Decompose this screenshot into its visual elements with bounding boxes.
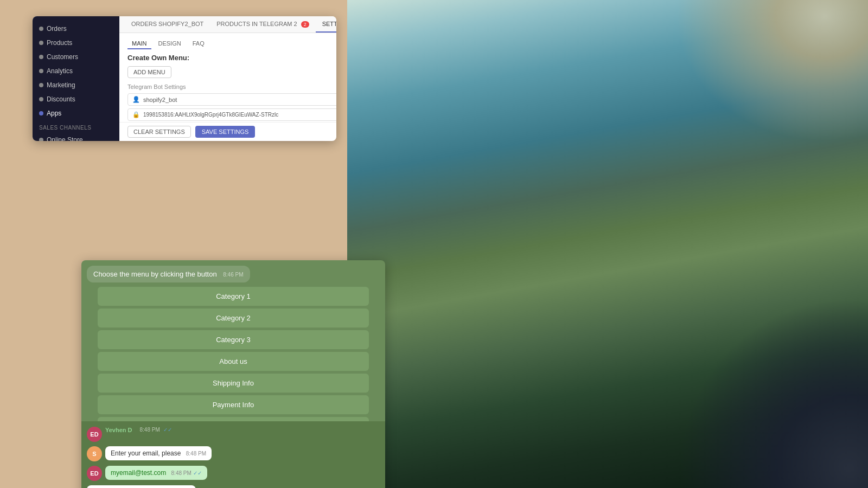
- thank-you-bubble: Thank you for your order! 8:48 PM: [87, 485, 196, 488]
- clear-settings-button[interactable]: CLEAR SETTINGS: [127, 126, 191, 138]
- menu-btn-payment-info[interactable]: Payment Info: [98, 395, 369, 414]
- double-check-2: ✓✓: [193, 470, 202, 476]
- tab-settings[interactable]: SETTINGS: [316, 16, 336, 33]
- double-check-1: ✓✓: [163, 427, 172, 433]
- admin-footer: CLEAR SETTINGS SAVE SETTINGS: [119, 122, 336, 141]
- section-tab-design[interactable]: DESIGN: [154, 38, 186, 49]
- tab-orders[interactable]: ORDERS SHOPIFY2_BOT: [125, 16, 210, 33]
- enter-email-time: 8:48 PM: [186, 451, 206, 457]
- telegram-chat-messages: ED Yevhen D 8:48 PM ✓✓ S Enter your emai…: [81, 421, 385, 488]
- email-text: myemail@test.com: [111, 469, 166, 477]
- menu-btn-category1[interactable]: Category 1: [98, 287, 369, 306]
- choose-menu-time: 8:46 PM: [223, 272, 243, 278]
- yevhen-d-row: ED Yevhen D 8:48 PM ✓✓: [87, 427, 380, 442]
- choose-menu-message: Choose the menu by clicking the button 8…: [87, 266, 250, 282]
- sidebar-item-marketing[interactable]: Marketing: [33, 78, 119, 92]
- create-menu-title: Create Own Menu:: [127, 54, 336, 62]
- admin-panel: Orders Products Customers Analytics Mark…: [33, 16, 336, 141]
- sidebar-item-discounts[interactable]: Discounts: [33, 92, 119, 106]
- bot-name-field: 👤 shopify2_bot: [127, 93, 336, 106]
- thank-you-row: Thank you for your order! 8:48 PM: [87, 485, 380, 488]
- enter-email-row: S Enter your email, please 8:48 PM: [87, 446, 380, 461]
- yevhen-time: 8:48 PM: [140, 427, 160, 433]
- background-portrait: [347, 0, 868, 488]
- sky-gradient: [651, 0, 868, 163]
- avatar-s-2: S: [87, 446, 102, 461]
- email-bubble: myemail@test.com 8:48 PM ✓✓: [105, 466, 207, 480]
- sidebar-item-apps[interactable]: Apps: [33, 106, 119, 120]
- save-settings-button[interactable]: SAVE SETTINGS: [195, 126, 256, 138]
- admin-sidebar: Orders Products Customers Analytics Mark…: [33, 16, 119, 141]
- tab-products-telegram[interactable]: PRODUCTS IN TELEGRAM 2 2: [210, 16, 315, 33]
- email-time: 8:48 PM: [171, 470, 192, 476]
- section-tabs: MAIN DESIGN FAQ: [127, 38, 336, 49]
- section-tab-faq[interactable]: FAQ: [188, 38, 209, 49]
- telegram-menu-area: Choose the menu by clicking the button 8…: [81, 260, 385, 421]
- sidebar-item-products[interactable]: Products: [33, 36, 119, 50]
- storm-clouds: [678, 298, 868, 488]
- sender-name: Yevhen D: [105, 427, 132, 433]
- avatar-ed-2: ED: [87, 466, 102, 481]
- menu-btn-category2[interactable]: Category 2: [98, 309, 369, 328]
- add-menu-button[interactable]: ADD MENU: [127, 66, 171, 78]
- menu-btn-shipping-info[interactable]: Shipping Info: [98, 374, 369, 393]
- telegram-chat-window: Choose the menu by clicking the button 8…: [81, 260, 385, 488]
- sidebar-item-online-store[interactable]: Online Store: [33, 133, 119, 141]
- token-field: 🔒 1998153816:AAHLtX9olgRGprj4GTk8GIEuWAZ…: [127, 108, 336, 121]
- sales-channels-label: SALES CHANNELS: [33, 120, 119, 133]
- sidebar-item-customers[interactable]: Customers: [33, 50, 119, 64]
- section-tab-main[interactable]: MAIN: [127, 38, 151, 49]
- enter-email-bubble: Enter your email, please 8:48 PM: [105, 446, 212, 460]
- tg-settings-label: Telegram Bot Settings: [127, 84, 336, 90]
- admin-settings-content: MAIN DESIGN FAQ Create Own Menu: ADD MEN…: [119, 33, 336, 122]
- email-response-row: ED myemail@test.com 8:48 PM ✓✓: [87, 466, 380, 481]
- telegram-menu-buttons: Category 1 Category 2 Category 3 About u…: [87, 287, 380, 421]
- avatar-ed-1: ED: [87, 427, 102, 442]
- lock-icon: 🔒: [132, 111, 140, 118]
- admin-top-tabs: ORDERS SHOPIFY2_BOT PRODUCTS IN TELEGRAM…: [119, 16, 336, 33]
- user-icon: 👤: [132, 96, 140, 103]
- menu-btn-about-us[interactable]: About us: [98, 352, 369, 371]
- telegram-badge: 2: [301, 21, 309, 28]
- admin-main-content: ORDERS SHOPIFY2_BOT PRODUCTS IN TELEGRAM…: [119, 16, 336, 141]
- sidebar-item-orders[interactable]: Orders: [33, 22, 119, 36]
- menu-btn-my-cart[interactable]: 🛒 My cart (1 products): [98, 417, 369, 421]
- sidebar-item-analytics[interactable]: Analytics: [33, 64, 119, 78]
- menu-btn-category3[interactable]: Category 3: [98, 330, 369, 349]
